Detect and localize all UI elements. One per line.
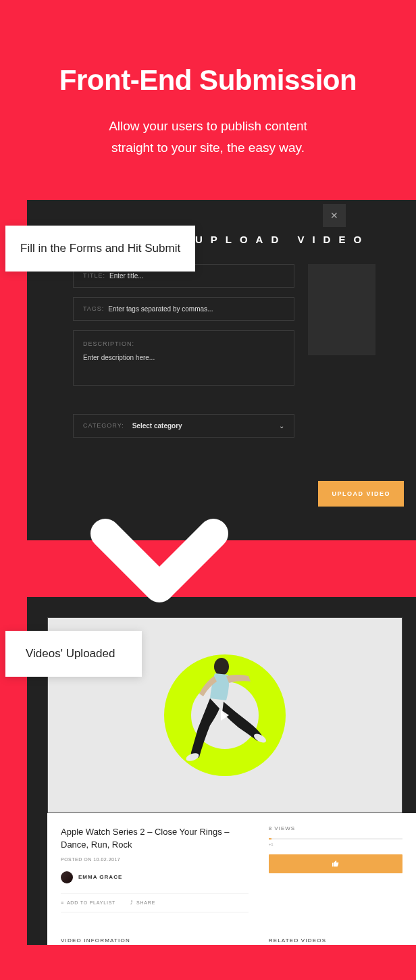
- upload-panel: ✕ UPLOAD VIDEO Fill in the Forms and Hit…: [27, 200, 416, 540]
- hero-subtitle: Allow your users to publish content stra…: [27, 115, 389, 159]
- tab-related-videos[interactable]: RELATED VIDEOS: [269, 937, 327, 945]
- add-to-playlist-button[interactable]: ≡ ADD TO PLAYLIST: [61, 900, 115, 905]
- tab-video-information[interactable]: VIDEO INFORMATION: [61, 937, 130, 945]
- avatar: [61, 871, 73, 883]
- tags-input[interactable]: TAGS: Enter tags separated by commas...: [73, 297, 294, 321]
- author-name: EMMA GRACE: [78, 874, 122, 880]
- svg-point-0: [214, 658, 229, 675]
- hero-section: Front-End Submission Allow your users to…: [0, 0, 416, 200]
- posted-date: POSTED ON 10.02.2017: [61, 857, 249, 862]
- close-button[interactable]: ✕: [323, 204, 346, 227]
- hero-title: Front-End Submission: [27, 64, 389, 97]
- chevron-down-large-icon: [85, 513, 234, 635]
- thumbnail-preview: [308, 264, 375, 355]
- video-meta: Apple Watch Series 2 – Close Your Rings …: [47, 813, 416, 919]
- upload-video-button[interactable]: UPLOAD VIDEO: [318, 481, 404, 507]
- callout-label-2: Videos' Uploaded: [5, 631, 142, 677]
- arrow-connector: [0, 513, 416, 638]
- rating-bar: [269, 838, 402, 840]
- author-row: EMMA GRACE: [61, 871, 249, 883]
- section-tabs: VIDEO INFORMATION RELATED VIDEOS: [47, 919, 416, 945]
- playlist-icon: ≡: [61, 900, 64, 905]
- view-count: 8 VIEWS: [269, 825, 402, 831]
- play-icon: [221, 710, 229, 721]
- share-button[interactable]: ⤴ SHARE: [130, 900, 155, 905]
- video-title: Apple Watch Series 2 – Close Your Rings …: [61, 825, 249, 852]
- callout-label-1: Fill in the Forms and Hit Submit: [5, 226, 195, 272]
- category-select[interactable]: CATEGORY: Select category ⌄: [73, 414, 294, 438]
- upload-form: TITLE: Enter title... TAGS: Enter tags s…: [27, 245, 416, 454]
- thumbs-up-icon: [332, 860, 340, 868]
- chevron-down-icon: ⌄: [279, 422, 284, 430]
- rating-label: +1: [269, 842, 402, 846]
- share-icon: ⤴: [130, 900, 134, 905]
- like-button[interactable]: [269, 854, 402, 873]
- video-result-panel: Videos' Uploaded Apple Watch Series 2 – …: [27, 597, 416, 945]
- description-input[interactable]: DESCRIPTION: Enter description here...: [73, 330, 294, 386]
